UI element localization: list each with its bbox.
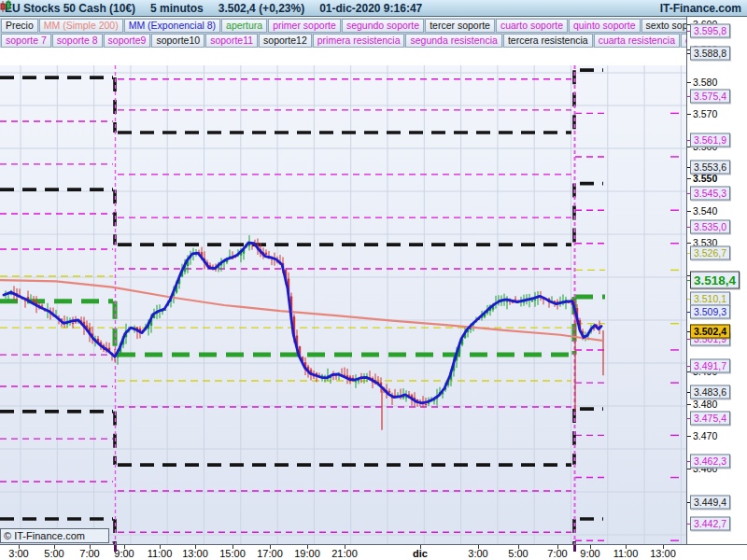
legend-item-segundo-soporte[interactable]: segundo soporte bbox=[342, 19, 424, 33]
window-title-bar: EU Stocks 50 Cash (10€) 5 minutos 3.502,… bbox=[0, 0, 747, 17]
price-level-box: 3.475,4 bbox=[690, 412, 730, 426]
price-level-box: 3.575,4 bbox=[690, 90, 730, 104]
price-chart-svg[interactable] bbox=[0, 17, 686, 560]
legend-item-mm-simple-200[interactable]: MM (Simple 200) bbox=[39, 19, 123, 33]
price-level-box: 3.442,7 bbox=[690, 517, 730, 531]
time-axis-label: 13:00 bbox=[182, 548, 208, 559]
copyright-badge: © IT-Finance.com bbox=[0, 528, 109, 543]
time-axis-label: 21:00 bbox=[331, 548, 358, 559]
price-axis-tick bbox=[687, 243, 691, 244]
change-percent: (+0,23%) bbox=[259, 2, 304, 15]
price-chart-area[interactable] bbox=[0, 17, 686, 544]
price-level-box: 3.526,7 bbox=[690, 246, 730, 260]
current-price-box: 3.502,4 bbox=[690, 325, 730, 339]
price-level-box: 3.462,3 bbox=[690, 454, 730, 468]
trading-app-window: EU Stocks 50 Cash (10€) 5 minutos 3.502,… bbox=[0, 0, 747, 560]
legend-item-segunda-resistencia[interactable]: segunda resistencia bbox=[405, 34, 501, 48]
price-level-box: 3.509,3 bbox=[690, 305, 730, 319]
time-axis[interactable]: 3:005:007:009:0011:0013:0015:0017:0019:0… bbox=[0, 544, 747, 560]
price-level-box: 3.483,6 bbox=[690, 385, 730, 399]
legend-item-quinto-soporte[interactable]: quinto soporte bbox=[569, 19, 641, 33]
legend-item-sexto-soporte[interactable]: sexto soporte bbox=[641, 19, 686, 33]
price-axis-tick bbox=[687, 469, 691, 469]
legend-item-soporte12[interactable]: soporte12 bbox=[259, 34, 312, 48]
session-open-marker bbox=[573, 545, 576, 552]
time-axis-label: 3:00 bbox=[8, 548, 28, 559]
legend-item-primera-resistencia[interactable]: primera resistencia bbox=[313, 34, 405, 48]
time-axis-label: 11:00 bbox=[148, 548, 173, 559]
last-price-and-change: 3.502,4 (+0,23%) bbox=[218, 2, 304, 15]
datetime-label: 01-dic-2020 9:16:47 bbox=[319, 2, 422, 15]
time-axis-label: 5:00 bbox=[508, 548, 528, 559]
legend-item-soporte9[interactable]: soporte9 bbox=[104, 34, 151, 48]
brand-label: IT-Finance.com bbox=[660, 0, 741, 17]
time-axis-label: 19:00 bbox=[294, 548, 320, 559]
time-axis-label: dic bbox=[413, 548, 428, 559]
price-axis-label: 3.550 bbox=[693, 173, 717, 184]
time-axis-label: 9:00 bbox=[114, 548, 134, 559]
price-level-box: 3.561,9 bbox=[690, 133, 730, 147]
legend-row-2: soporte 7soporte 8soporte9soporte10sopor… bbox=[0, 33, 686, 48]
price-axis-label: 3.540 bbox=[693, 205, 717, 217]
legend-item-cuarta-resistencia[interactable]: cuarta resistencia bbox=[594, 34, 680, 48]
price-level-box: 3.491,7 bbox=[690, 359, 730, 373]
legend-item-tercer-soporte[interactable]: tercer soporte bbox=[425, 19, 495, 33]
timeframe-label[interactable]: 5 minutos bbox=[150, 2, 204, 15]
legend-item-primer-soporte[interactable]: primer soporte bbox=[268, 19, 341, 33]
price-axis-tick bbox=[687, 436, 691, 437]
last-price: 3.502,4 bbox=[218, 2, 256, 15]
instrument-name[interactable]: EU Stocks 50 Cash (10€) bbox=[5, 2, 135, 15]
price-axis-tick bbox=[687, 82, 691, 83]
chart-background bbox=[0, 65, 686, 560]
time-axis-label: 9:00 bbox=[580, 548, 599, 559]
legend-item-soporte10[interactable]: soporte10 bbox=[151, 34, 204, 48]
price-axis-tick bbox=[687, 211, 691, 212]
legend-item-apertura[interactable]: apertura bbox=[221, 19, 267, 33]
legend-item-soporte11[interactable]: soporte11 bbox=[205, 34, 258, 48]
price-axis-tick bbox=[687, 404, 691, 405]
time-axis-label: 15:00 bbox=[219, 548, 246, 559]
price-axis-tick bbox=[687, 114, 691, 115]
price-axis-label: 3.570 bbox=[693, 108, 717, 119]
price-level-box: 3.449,4 bbox=[690, 496, 730, 510]
legend-item-tercera-resistencia[interactable]: tercera resistencia bbox=[503, 34, 593, 48]
price-level-box: 3.510,1 bbox=[690, 291, 730, 305]
price-axis-label: 3.480 bbox=[693, 399, 717, 410]
time-axis-label: 13:00 bbox=[650, 548, 676, 559]
price-axis-label: 3.580 bbox=[693, 77, 717, 88]
price-level-box: 3.588,8 bbox=[690, 47, 730, 61]
price-level-box: 3.595,8 bbox=[690, 23, 730, 37]
legend-item-precio[interactable]: Precio bbox=[1, 19, 38, 33]
price-level-box: 3.535,0 bbox=[690, 219, 730, 233]
session-open-marker bbox=[114, 545, 117, 552]
time-axis-label: 3:00 bbox=[468, 548, 487, 559]
legend-item-soporte-7[interactable]: soporte 7 bbox=[1, 34, 51, 48]
price-level-box: 3.518,4 bbox=[690, 272, 740, 289]
legend-item-cuarto-soporte[interactable]: cuarto soporte bbox=[496, 19, 568, 33]
legend-row-1: PrecioMM (Simple 200)MM (Exponencial 8)a… bbox=[0, 18, 686, 33]
time-axis-label: 7:00 bbox=[547, 548, 567, 559]
price-axis-label: 3.470 bbox=[693, 430, 717, 441]
time-axis-label: 7:00 bbox=[79, 548, 99, 559]
time-axis-label: 17:00 bbox=[257, 548, 283, 559]
price-axis[interactable]: 3.6003.5903.5803.5703.5603.5503.5403.530… bbox=[686, 17, 747, 560]
legend-item-mm-exponencial-8[interactable]: MM (Exponencial 8) bbox=[124, 19, 220, 33]
candlestick-icon bbox=[0, 0, 12, 13]
price-level-box: 3.545,3 bbox=[690, 187, 730, 201]
legend-item-soporte-8[interactable]: soporte 8 bbox=[52, 34, 103, 48]
time-axis-label: 5:00 bbox=[44, 548, 63, 559]
price-axis-tick bbox=[687, 178, 691, 179]
time-axis-label: 11:00 bbox=[613, 548, 639, 559]
price-level-box: 3.553,6 bbox=[690, 160, 730, 174]
